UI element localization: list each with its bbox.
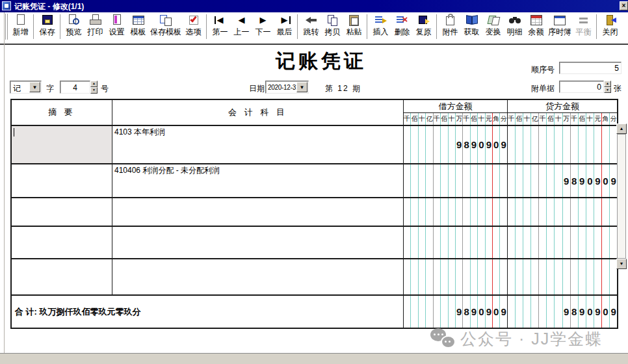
delete-row-button[interactable]: 删除 (391, 13, 413, 37)
summary-cell[interactable] (12, 126, 112, 163)
digit-slot (531, 259, 539, 294)
debit-amount-cell[interactable] (404, 164, 508, 197)
ledger-book-icon (464, 14, 480, 27)
summary-cell[interactable] (12, 259, 112, 294)
credit-amount (508, 227, 617, 258)
digit-slot (563, 198, 571, 226)
credit-amount-cell[interactable] (508, 227, 617, 258)
toolbar-options-button[interactable]: 选项 (183, 13, 204, 37)
account-cell[interactable]: 410406 利润分配 - 未分配利润 (112, 164, 404, 197)
digit-slot (493, 227, 500, 258)
credit-amount-cell[interactable] (508, 198, 617, 226)
digit-slot (602, 259, 610, 294)
vertical-scrollbar[interactable]: ▲ ▼ (616, 124, 627, 269)
account-cell[interactable]: 4103 本年利润 (112, 126, 404, 163)
account-cell[interactable] (112, 198, 404, 226)
voucher-title: 记账凭证 (250, 48, 393, 75)
credit-amount-cell[interactable] (508, 126, 617, 163)
spin-down-icon[interactable]: ▼ (604, 87, 611, 94)
date-select[interactable]: 2020-12-31 ▼ (265, 81, 309, 94)
nav-prev-button[interactable]: ◀上一 (231, 13, 252, 37)
toolbar-button-label: 模板 (131, 27, 146, 37)
debit-amount-cell[interactable] (404, 259, 508, 294)
dropdown-icon[interactable]: ▼ (296, 82, 307, 92)
detail-button[interactable]: 明细 (504, 13, 525, 37)
nav-next-button[interactable]: ▶下一 (252, 13, 274, 37)
digit-slot (539, 164, 547, 197)
account-cell[interactable] (112, 259, 404, 294)
summary-cell[interactable] (12, 198, 112, 226)
toolbar-print-button[interactable]: 打印 (85, 13, 106, 37)
title-bar: 记账凭证 - 修改(1/1) × (0, 0, 628, 12)
account-cell[interactable] (112, 227, 404, 258)
digit-slot (602, 227, 610, 258)
digit-slot (426, 198, 433, 226)
digit-slot (426, 227, 433, 258)
debit-amount-cell[interactable] (404, 227, 508, 258)
close-voucher-button[interactable]: 关闭 (599, 13, 621, 37)
attachment-count-input[interactable]: 0 (559, 81, 604, 93)
spin-down-icon[interactable]: ▼ (90, 87, 98, 94)
convert-pages-icon (486, 14, 501, 27)
summary-cell[interactable] (12, 164, 112, 197)
digit-slot (523, 164, 531, 197)
delete-row-icon (395, 14, 410, 27)
digit-slot: 0 (586, 164, 594, 197)
scroll-up-icon[interactable]: ▲ (616, 124, 627, 134)
chat-bubble-icon (441, 335, 456, 348)
insert-row-button[interactable]: 插入 (370, 13, 391, 37)
voucher-word-select[interactable]: 记 ▼ (10, 81, 42, 94)
summary-header: 摘 要 (12, 100, 112, 125)
summary-cell[interactable] (12, 227, 112, 258)
toolbar-button-label: 附件 (443, 27, 458, 37)
serial-label: 顺序号 (531, 64, 555, 75)
digit-slot (555, 227, 562, 258)
digit-slot (547, 164, 555, 197)
digit-slot (449, 164, 456, 197)
convert-button[interactable]: 变换 (482, 13, 504, 37)
app-icon (2, 1, 11, 10)
digit-slot (434, 126, 441, 163)
nav-last-button[interactable]: ▶最后 (274, 13, 295, 37)
debit-amount-cell[interactable]: 9890909 (404, 126, 508, 163)
total-debit-amount: 9890909 (404, 296, 507, 328)
spin-up-icon[interactable]: ▲ (90, 81, 98, 87)
nav-first-button[interactable]: ◀第一 (209, 13, 231, 37)
voucher-number-spinner[interactable]: ▲ ▼ (90, 81, 98, 94)
digit-slot: 8 (571, 296, 579, 328)
restore-button[interactable]: 复原 (413, 13, 434, 37)
toolbar-button-label: 变换 (486, 27, 501, 37)
serial-input[interactable]: 5 (559, 62, 621, 74)
digit-slot (404, 259, 411, 294)
toolbar-template-button[interactable]: 模板 (127, 13, 149, 37)
digit-slot (539, 227, 547, 258)
digit-slot (419, 259, 426, 294)
dropdown-icon[interactable]: ▼ (29, 82, 40, 92)
digit-slot: 十 (555, 113, 562, 125)
journal-button[interactable]: 序时簿 (547, 13, 573, 37)
scrollbar-track[interactable] (617, 134, 626, 259)
debit-amount: 9890909 (404, 126, 507, 163)
toolbar-preview-button[interactable]: 预览 (63, 13, 85, 37)
voucher-number-input[interactable]: 4 (60, 81, 90, 94)
toolbar-settings-button[interactable]: 设置 (106, 13, 127, 37)
credit-amount-cell[interactable] (508, 259, 617, 294)
scroll-down-icon[interactable]: ▼ (616, 259, 627, 269)
credit-amount-cell[interactable]: 9890909 (508, 164, 617, 197)
paste-button[interactable]: 粘贴 (343, 13, 365, 37)
toolbar-save-button[interactable]: 保存 (36, 13, 58, 37)
toolbar-grip[interactable] (5, 14, 8, 40)
copy-button[interactable]: 拷贝 (322, 13, 343, 37)
fetch-button[interactable]: 获取 (461, 13, 482, 37)
spin-up-icon[interactable]: ▲ (604, 81, 611, 87)
voucher-table: 摘 要 会 计 科 目 借方金额 千佰十亿千佰十万千佰十元角分 贷方金额 千佰十… (10, 99, 618, 329)
balance-query-button[interactable]: 余额 (525, 13, 547, 37)
attachment-count-spinner[interactable]: ▲ ▼ (604, 81, 611, 93)
toolbar-new-button[interactable]: 新增 (10, 13, 31, 37)
goto-button[interactable]: 跳转 (300, 13, 322, 37)
close-window-button[interactable]: × (620, 1, 628, 10)
debit-amount-cell[interactable] (404, 198, 508, 226)
toolbar-save-template-button[interactable]: 保存模板 (149, 13, 183, 37)
digit-slot (516, 164, 523, 197)
attachment-button[interactable]: 附件 (439, 13, 461, 37)
